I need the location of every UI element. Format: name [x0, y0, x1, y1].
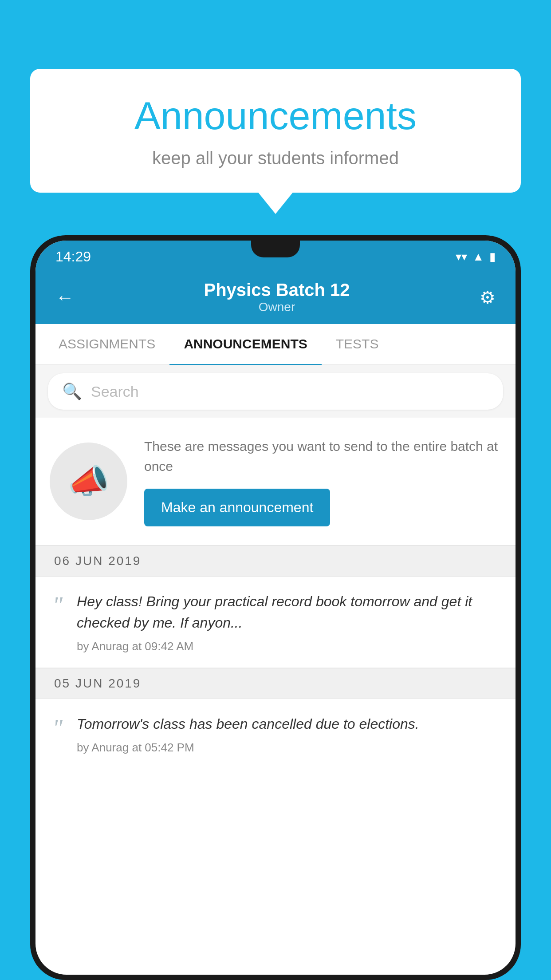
notch	[251, 241, 300, 257]
announcement-content-1: Hey class! Bring your practical record b…	[77, 591, 499, 653]
status-icons: ▾▾ ▲ ▮	[456, 250, 496, 264]
quote-icon-1: "	[52, 593, 63, 617]
announcements-title: Announcements	[57, 93, 494, 138]
app-header: ← Physics Batch 12 Owner ⚙	[35, 270, 516, 324]
megaphone-icon: 📣	[68, 462, 110, 501]
date-label-2: 05 JUN 2019	[54, 676, 141, 690]
speech-bubble-container: Announcements keep all your students inf…	[30, 69, 521, 193]
search-bar[interactable]: 🔍 Search	[48, 373, 503, 410]
megaphone-circle: 📣	[50, 443, 127, 520]
date-section-1: 06 JUN 2019	[35, 545, 516, 577]
announcement-item-1[interactable]: " Hey class! Bring your practical record…	[35, 577, 516, 668]
status-time: 14:29	[55, 249, 91, 265]
tab-tests[interactable]: TESTS	[322, 324, 393, 365]
announcement-text-2: Tomorrow's class has been cancelled due …	[77, 713, 499, 735]
battery-icon: ▮	[489, 250, 496, 264]
search-container: 🔍 Search	[35, 365, 516, 418]
status-bar: 14:29 ▾▾ ▲ ▮	[35, 241, 516, 270]
make-announcement-button[interactable]: Make an announcement	[144, 489, 330, 526]
batch-name: Physics Batch 12	[204, 280, 350, 300]
settings-icon[interactable]: ⚙	[480, 287, 496, 308]
announcement-cta: 📣 These are messages you want to send to…	[35, 418, 516, 545]
search-placeholder: Search	[91, 383, 139, 400]
announcement-meta-2: by Anurag at 05:42 PM	[77, 741, 499, 755]
back-button[interactable]: ←	[55, 287, 74, 308]
search-icon: 🔍	[62, 382, 82, 401]
date-label-1: 06 JUN 2019	[54, 554, 141, 568]
announcement-content-2: Tomorrow's class has been cancelled due …	[77, 713, 499, 755]
signal-icon: ▲	[472, 250, 484, 264]
announcement-item-2[interactable]: " Tomorrow's class has been cancelled du…	[35, 699, 516, 769]
cta-right: These are messages you want to send to t…	[144, 436, 501, 526]
announcements-subtitle: keep all your students informed	[57, 148, 494, 168]
announcement-text-1: Hey class! Bring your practical record b…	[77, 591, 499, 633]
tab-announcements[interactable]: ANNOUNCEMENTS	[169, 324, 321, 365]
quote-icon-2: "	[52, 715, 63, 740]
announcement-meta-1: by Anurag at 09:42 AM	[77, 640, 499, 653]
tabs-bar: ASSIGNMENTS ANNOUNCEMENTS TESTS	[35, 324, 516, 365]
tab-assignments[interactable]: ASSIGNMENTS	[44, 324, 169, 365]
phone-frame: 14:29 ▾▾ ▲ ▮ ← Physics Batch 12 Owner ⚙ …	[30, 235, 521, 980]
date-section-2: 05 JUN 2019	[35, 668, 516, 699]
phone-inner: 14:29 ▾▾ ▲ ▮ ← Physics Batch 12 Owner ⚙ …	[35, 241, 516, 975]
batch-role: Owner	[204, 300, 350, 314]
cta-description: These are messages you want to send to t…	[144, 436, 501, 476]
speech-bubble: Announcements keep all your students inf…	[30, 69, 521, 193]
wifi-icon: ▾▾	[456, 250, 467, 264]
header-center: Physics Batch 12 Owner	[204, 280, 350, 314]
